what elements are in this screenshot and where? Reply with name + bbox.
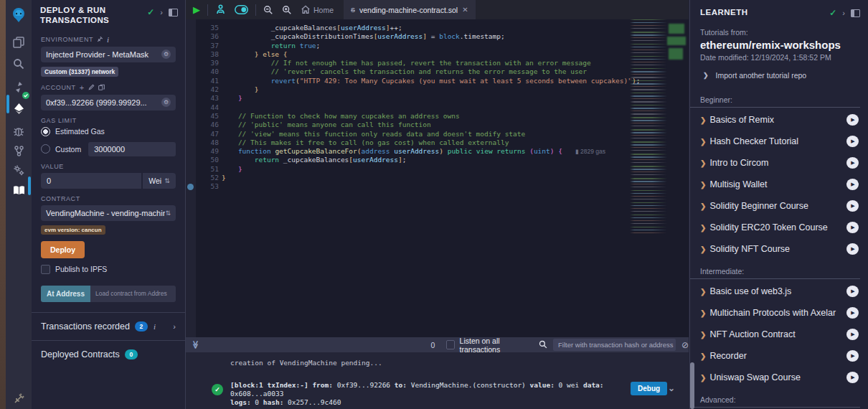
code-line[interactable]: return true; [222, 42, 640, 50]
line-number[interactable]: 39 [196, 59, 219, 67]
pin-panel-icon[interactable] [169, 9, 178, 17]
code-line[interactable] [222, 182, 640, 191]
tutorial-item[interactable]: ❯Hash Checker Tutorial▶ [690, 131, 868, 152]
code-line[interactable]: } [222, 94, 640, 103]
play-tutorial-icon[interactable]: ▶ [846, 329, 859, 340]
collapse-panel-icon[interactable]: › [842, 9, 845, 17]
breakpoint-margin[interactable] [186, 19, 196, 346]
tutorial-item[interactable]: ❯Solidity ERC20 Token Course▶ [690, 217, 868, 238]
code-line[interactable]: // This makes it free to call (no gas co… [222, 138, 640, 147]
line-number[interactable]: 45 [196, 112, 219, 121]
transactions-recorded-row[interactable]: Transactions recorded 2 i › [32, 313, 185, 340]
value-input[interactable]: 0 [41, 173, 141, 189]
play-tutorial-icon[interactable]: ▶ [846, 307, 859, 319]
copy-account-icon[interactable] [98, 84, 105, 90]
contract-select[interactable]: VendingMachine - vending-machin ⇅ [41, 205, 176, 221]
play-tutorial-icon[interactable]: ▶ [846, 114, 859, 126]
terminal-search-icon[interactable] [539, 340, 547, 350]
plug-connection-icon[interactable] [6, 387, 32, 409]
code-line[interactable]: return _cupcakeBalances[userAddress]; [222, 156, 640, 164]
home-tab-label[interactable]: Home [313, 6, 334, 14]
play-tutorial-icon[interactable]: ▶ [846, 200, 859, 212]
line-number[interactable]: 53 [196, 182, 219, 191]
line-number[interactable]: 44 [196, 103, 219, 112]
play-tutorial-icon[interactable]: ▶ [846, 350, 859, 362]
tutorial-item[interactable]: ❯Multichain Protocols with Axelar▶ [690, 302, 868, 324]
line-number[interactable]: 40 [196, 67, 219, 76]
play-tutorial-icon[interactable]: ▶ [846, 222, 859, 233]
tutorial-item[interactable]: ❯Multisig Wallet▶ [690, 174, 868, 195]
tx-expand-chevron-icon[interactable]: ⌄ [668, 383, 675, 393]
transactions-info-icon[interactable]: i [154, 322, 156, 331]
search-icon[interactable] [6, 53, 32, 75]
code-line[interactable]: // 'view' means this function only reads… [222, 130, 640, 138]
gas-custom-input[interactable]: 3000000 [88, 142, 176, 156]
deploy-button[interactable]: Deploy [41, 241, 85, 258]
play-tutorial-icon[interactable]: ▶ [846, 372, 859, 383]
clear-terminal-icon[interactable]: ⊘ [681, 340, 689, 350]
play-tutorial-icon[interactable]: ▶ [846, 179, 859, 190]
line-number[interactable]: 47 [196, 130, 219, 138]
code-line[interactable]: // 'revert' cancels the transaction and … [222, 67, 640, 76]
line-number[interactable]: 36 [196, 32, 219, 41]
tutorial-item[interactable]: ❯Uniswap Swap Course▶ [690, 367, 868, 388]
listen-transactions-label[interactable]: Listen on all transactions [460, 337, 529, 354]
code-line[interactable]: _cupcakeBalances[userAddress]++; [222, 24, 640, 32]
tutorial-item[interactable]: ❯Solidity Beginner Course▶ [690, 195, 868, 217]
code-line[interactable]: revert("HTTP 429: Too Many Cupcakes (you… [222, 77, 640, 85]
import-tutorial-repo[interactable]: ❯ Import another tutorial repo [703, 71, 868, 80]
solidity-compiler-icon[interactable] [6, 76, 32, 98]
line-number[interactable]: 43 [196, 94, 219, 103]
source-control-icon[interactable] [6, 140, 32, 161]
tab-vending-machine-contract[interactable]: S vending-machine-contract.sol ✕ [344, 0, 476, 19]
terminal-filter-input[interactable]: Filter with transaction hash or address [553, 339, 676, 351]
walkthrough-person-icon[interactable] [211, 0, 230, 19]
publish-ipfs-checkbox[interactable]: Publish to IPFS [41, 265, 185, 274]
tutorial-item[interactable]: ❯Intro to Circom▶ [690, 152, 868, 174]
sign-message-icon[interactable] [88, 84, 95, 90]
environment-settings-icon[interactable]: ⚙ [161, 50, 171, 59]
close-tab-icon[interactable]: ✕ [462, 6, 468, 14]
code-line[interactable]: } [222, 165, 640, 174]
plug-icon[interactable] [97, 36, 103, 42]
home-icon[interactable] [296, 0, 311, 19]
pin-panel-icon[interactable] [851, 9, 860, 17]
code-line[interactable] [222, 103, 640, 112]
tutorial-item[interactable]: ❯Solidity NFT Course▶ [690, 238, 868, 260]
value-unit-select[interactable]: Wei ⇅ [143, 173, 176, 189]
line-number[interactable]: 49 [196, 147, 219, 156]
code-line[interactable]: // If not enough time has passed, revert… [222, 59, 640, 67]
at-address-input[interactable]: Load contract from Addres [90, 286, 176, 302]
remix-logo-icon[interactable] [6, 4, 32, 26]
deployed-contracts-row[interactable]: Deployed Contracts 0 [32, 341, 185, 368]
tx-log-entry[interactable]: [block:1 txIndex:-] from: 0xf39...92266 … [230, 381, 626, 407]
collapse-panel-icon[interactable]: › [160, 8, 163, 17]
add-account-icon[interactable]: + [80, 83, 85, 92]
debug-button[interactable]: Debug [631, 382, 667, 395]
line-number[interactable]: 48 [196, 138, 219, 147]
play-tutorial-icon[interactable]: ▶ [846, 243, 859, 255]
line-number[interactable]: 51 [196, 165, 219, 174]
line-number[interactable]: 52 [196, 174, 219, 182]
line-number[interactable]: 46 [196, 121, 219, 129]
expand-chevron-icon[interactable]: › [173, 322, 176, 331]
minimap[interactable] [630, 19, 667, 235]
account-select[interactable]: 0xf39...92266 (9999.99929... ⚙ [41, 95, 176, 111]
line-number[interactable]: 38 [196, 50, 219, 59]
line-number[interactable]: 42 [196, 85, 219, 94]
code-line[interactable]: _cupcakeDistributionTimes[userAddress] =… [222, 32, 640, 41]
code-line[interactable]: } [222, 174, 640, 182]
gas-estimated-radio[interactable]: Estimated Gas [41, 127, 185, 136]
line-number[interactable]: 41 [196, 77, 219, 85]
code-line[interactable]: // 'public' means anyone can call this f… [222, 121, 640, 129]
expand-terminal-icon[interactable]: ≫ [191, 341, 200, 349]
play-tutorial-icon[interactable]: ▶ [846, 136, 859, 147]
tutorial-item[interactable]: ❯Basic use of web3.js▶ [690, 281, 868, 302]
line-number[interactable]: 50 [196, 156, 219, 164]
file-explorer-icon[interactable] [6, 32, 32, 53]
gas-custom-radio[interactable]: Custom 3000000 [41, 142, 185, 156]
at-address-button[interactable]: At Address [41, 286, 90, 302]
panel-scrollbar[interactable] [690, 362, 694, 409]
tutorial-item[interactable]: ❯NFT Auction Contract▶ [690, 324, 868, 345]
line-number[interactable]: 37 [196, 42, 219, 50]
